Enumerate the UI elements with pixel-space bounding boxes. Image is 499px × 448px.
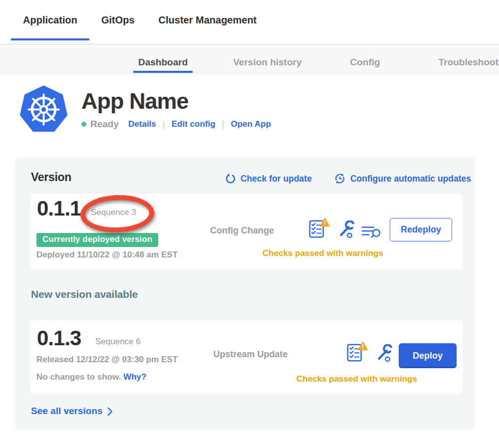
svg-text:!: ! [324,220,326,226]
config-wrench-icon[interactable] [337,221,355,239]
details-link[interactable]: Details [128,119,156,129]
tab-troubleshoot[interactable]: Troubleshoot [434,44,499,73]
status-row: Ready Details | Edit config | Open App [81,119,271,130]
open-app-link[interactable]: Open App [231,119,271,129]
tab-application[interactable]: Application [11,0,89,44]
svg-text:!: ! [362,343,364,350]
preflight-checks-icon[interactable]: ! [346,340,368,363]
app-header: App Name Ready Details | Edit config | O… [19,85,499,135]
app-subnav: Dashboard Version history Config Trouble… [0,44,499,73]
view-diff-icon[interactable] [361,225,383,239]
chevron-right-icon [107,407,113,416]
primary-nav: Application GitOps Cluster Management [0,0,499,44]
check-for-update-button[interactable]: Check for update [225,173,312,185]
update-schedule-icon [334,173,346,185]
changes-summary: No changes to show. Why? [36,372,146,382]
tab-version-history-label: Version history [233,57,301,68]
tab-gitops[interactable]: GitOps [89,0,147,44]
current-version-sequence: Sequence 3 [91,208,136,218]
tab-cluster-management[interactable]: Cluster Management [147,0,269,44]
check-for-update-label: Check for update [241,174,312,184]
tab-gitops-label: GitOps [101,14,135,26]
app-title: App Name [81,89,271,113]
tab-cluster-management-label: Cluster Management [159,14,257,26]
see-all-versions-link[interactable]: See all versions [31,406,113,417]
currently-deployed-badge: Currently deployed version [36,233,158,247]
version-panel: Version Check for update Configure autom… [15,158,475,430]
version-panel-actions: Check for update Configure automatic upd… [225,173,471,185]
available-version-card: 0.1.3 Sequence 6 Released 12/12/22 @ 03:… [30,320,463,394]
configure-automatic-updates-label: Configure automatic updates [350,174,471,184]
page: Application GitOps Cluster Management Da… [0,0,499,448]
kubernetes-logo-icon [19,85,68,135]
tab-config-label: Config [350,57,380,68]
tab-dashboard[interactable]: Dashboard [133,44,193,73]
tab-troubleshoot-label: Troubleshoot [439,57,499,68]
separator: | [222,119,225,130]
tab-version-history[interactable]: Version history [228,44,306,73]
current-version-number: 0.1.1 [37,197,81,221]
see-all-versions-label: See all versions [31,406,103,417]
released-timestamp: Released 12/12/22 @ 03:30 pm EST [36,355,178,365]
why-link[interactable]: Why? [123,372,146,382]
version-action-icons: ! [346,340,393,363]
available-version-number: 0.1.3 [37,326,81,350]
edit-config-link[interactable]: Edit config [172,119,216,129]
deploy-button[interactable]: Deploy [399,343,457,368]
ready-status-text: Ready [90,119,119,130]
new-version-heading: New version available [31,288,138,300]
available-version-sequence: Sequence 6 [95,337,141,347]
tab-config[interactable]: Config [345,44,385,73]
preflight-checks-icon[interactable]: ! [308,217,330,239]
tab-application-label: Application [23,14,77,26]
no-changes-text: No changes to show. [36,372,121,382]
separator: | [163,119,165,130]
configure-automatic-updates-button[interactable]: Configure automatic updates [334,173,471,185]
version-action-icons: ! [308,217,383,239]
ready-status-dot-icon [81,122,86,127]
version-panel-title: Version [31,171,71,184]
current-version-card: 0.1.1 Sequence 3 Currently deployed vers… [30,194,463,269]
version-source-label: Upstream Update [206,349,295,360]
redeploy-button[interactable]: Redeploy [390,218,452,241]
preflight-status-text: Checks passed with warnings [282,374,432,384]
config-wrench-icon[interactable] [375,344,393,363]
refresh-icon [225,173,236,184]
preflight-status-text: Checks passed with warnings [248,248,398,258]
tab-dashboard-label: Dashboard [138,57,188,68]
deployed-timestamp: Deployed 11/10/22 @ 10:48 am EST [36,250,178,260]
version-source-label: Config Change [195,225,289,236]
